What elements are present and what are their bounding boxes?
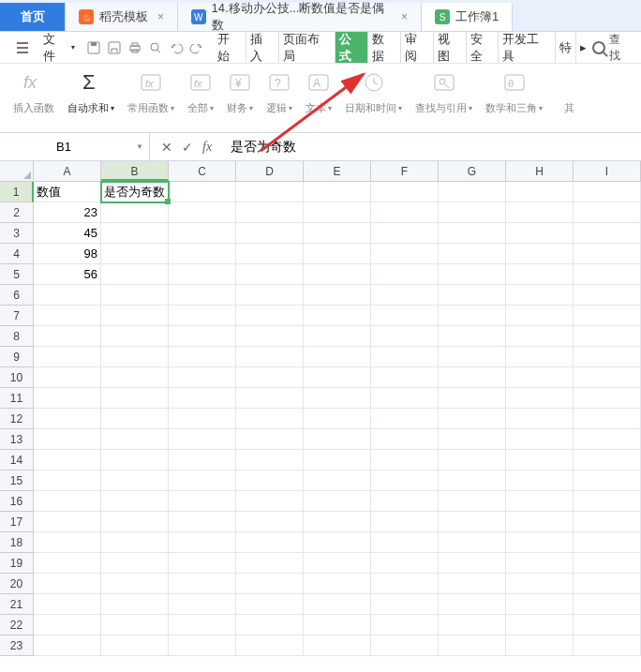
cell[interactable]: [169, 409, 236, 429]
print-preview-icon[interactable]: [148, 40, 163, 55]
row-head[interactable]: 17: [0, 512, 34, 532]
cell[interactable]: [304, 347, 371, 367]
row-head[interactable]: 7: [0, 306, 34, 326]
cell[interactable]: [506, 388, 574, 409]
cell[interactable]: [439, 202, 506, 223]
cell[interactable]: [169, 264, 236, 285]
cell[interactable]: [101, 202, 169, 223]
cell[interactable]: [371, 306, 439, 326]
cell[interactable]: [574, 429, 641, 450]
lookup-fn-button[interactable]: 查找与引用▾: [410, 69, 478, 115]
cell[interactable]: [34, 306, 101, 326]
search-box[interactable]: 查找: [592, 32, 632, 64]
cell[interactable]: [236, 429, 304, 450]
cell[interactable]: [236, 594, 304, 615]
cell[interactable]: [101, 409, 169, 429]
cell[interactable]: 是否为奇数: [101, 182, 169, 202]
cell[interactable]: [574, 347, 641, 367]
cell[interactable]: [304, 223, 371, 244]
cell[interactable]: [101, 347, 169, 367]
cell[interactable]: [304, 264, 371, 285]
cell[interactable]: [506, 244, 574, 264]
cell[interactable]: 23: [34, 202, 101, 223]
row-head[interactable]: 19: [0, 553, 34, 574]
cell[interactable]: [439, 306, 506, 326]
cell[interactable]: [236, 512, 304, 532]
finance-fn-button[interactable]: ¥ 财务▾: [221, 69, 259, 115]
cell[interactable]: [169, 512, 236, 532]
cell[interactable]: [574, 553, 641, 574]
cell[interactable]: [304, 532, 371, 553]
cell[interactable]: [506, 347, 574, 367]
cell[interactable]: [574, 470, 641, 491]
cell[interactable]: [169, 182, 236, 202]
row-head[interactable]: 12: [0, 409, 34, 429]
insert-function-button[interactable]: fx 插入函数: [7, 69, 60, 115]
cell[interactable]: [304, 635, 371, 656]
cell[interactable]: [506, 470, 574, 491]
redo-icon[interactable]: [189, 40, 204, 55]
cell[interactable]: [169, 594, 236, 615]
cell[interactable]: [371, 553, 439, 574]
row-head[interactable]: 20: [0, 574, 34, 594]
cell[interactable]: [574, 244, 641, 264]
cell[interactable]: [439, 491, 506, 512]
cell[interactable]: [34, 409, 101, 429]
cell[interactable]: [236, 553, 304, 574]
cell[interactable]: [169, 347, 236, 367]
cell[interactable]: [101, 615, 169, 635]
cell[interactable]: [304, 409, 371, 429]
cell[interactable]: [439, 326, 506, 347]
cell[interactable]: [371, 429, 439, 450]
cell[interactable]: [34, 326, 101, 347]
row-head[interactable]: 5: [0, 264, 34, 285]
confirm-icon[interactable]: ✓: [182, 140, 193, 155]
cell[interactable]: [506, 450, 574, 470]
datetime-fn-button[interactable]: 日期和时间▾: [339, 69, 408, 115]
cell[interactable]: [371, 470, 439, 491]
autosum-button[interactable]: Σ 自动求和▾: [62, 69, 120, 115]
cell[interactable]: [439, 223, 506, 244]
cell[interactable]: [236, 635, 304, 656]
cell[interactable]: [236, 202, 304, 223]
cell[interactable]: 45: [34, 223, 101, 244]
cell[interactable]: [371, 182, 439, 202]
cell[interactable]: [236, 306, 304, 326]
cell[interactable]: [101, 285, 169, 306]
cell[interactable]: [169, 635, 236, 656]
cell[interactable]: [506, 285, 574, 306]
cell[interactable]: [34, 512, 101, 532]
cell[interactable]: [574, 491, 641, 512]
cell[interactable]: [169, 491, 236, 512]
close-icon[interactable]: ×: [157, 10, 164, 23]
cell[interactable]: [439, 409, 506, 429]
col-head-f[interactable]: F: [371, 161, 439, 181]
cell[interactable]: [439, 182, 506, 202]
undo-icon[interactable]: [169, 40, 184, 55]
cell[interactable]: [574, 285, 641, 306]
cell[interactable]: [101, 306, 169, 326]
cell[interactable]: [304, 202, 371, 223]
cell[interactable]: [304, 326, 371, 347]
cell[interactable]: [439, 429, 506, 450]
cell[interactable]: [236, 409, 304, 429]
other-fn-button[interactable]: 其: [550, 69, 588, 115]
cell[interactable]: [304, 367, 371, 388]
cell[interactable]: [371, 512, 439, 532]
cell[interactable]: [574, 532, 641, 553]
cell[interactable]: [101, 553, 169, 574]
cell[interactable]: [506, 532, 574, 553]
cell[interactable]: [371, 574, 439, 594]
cell[interactable]: [34, 574, 101, 594]
cell[interactable]: [304, 306, 371, 326]
cell[interactable]: [101, 574, 169, 594]
cell[interactable]: [506, 553, 574, 574]
cell[interactable]: [34, 470, 101, 491]
tab-home[interactable]: 首页: [0, 3, 66, 31]
row-head[interactable]: 6: [0, 285, 34, 306]
cell[interactable]: [236, 367, 304, 388]
name-box[interactable]: B1 ▼: [0, 133, 150, 160]
cell[interactable]: [574, 182, 641, 202]
row-head[interactable]: 3: [0, 223, 34, 244]
cell[interactable]: [371, 347, 439, 367]
